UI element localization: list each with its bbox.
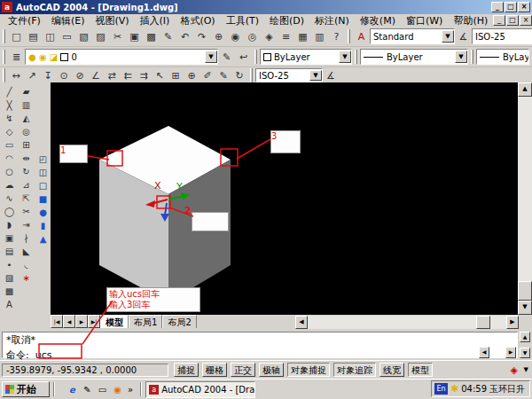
make-object-layer-current-icon[interactable]: ✎: [218, 49, 235, 66]
dimension-update-button[interactable]: ↻: [231, 68, 247, 83]
sphere-icon[interactable]: ●: [35, 206, 51, 219]
language-indicator[interactable]: En: [434, 383, 448, 395]
dimension-update-style-icon[interactable]: ∡: [323, 68, 339, 83]
aligned-dimension-button[interactable]: ↗: [24, 68, 40, 83]
menu-draw[interactable]: 绘图(D): [265, 14, 309, 27]
menu-help[interactable]: 帮助(H): [449, 14, 492, 27]
fillet-button[interactable]: ◟: [19, 258, 34, 271]
dropdown-arrow-icon[interactable]: ▼: [205, 51, 217, 63]
dropdown-arrow-icon[interactable]: ▼: [339, 51, 351, 63]
scroll-thumb[interactable]: [518, 281, 532, 301]
menu-dimension[interactable]: 标注(N): [310, 14, 354, 27]
mirror-button[interactable]: ◭: [19, 112, 34, 125]
close-button[interactable]: ×: [518, 2, 530, 12]
shapes-icon[interactable]: ◫: [35, 166, 51, 179]
layer-combo[interactable]: ● ◉ ◪ 0 ▼: [25, 49, 218, 65]
tab-model[interactable]: 模型: [100, 315, 129, 328]
tab-layout2[interactable]: 布局2: [162, 315, 196, 328]
multiline-text-button[interactable]: A: [2, 298, 17, 311]
autocad-task-button[interactable]: a AutoCAD 2004 - [Dra...: [145, 381, 255, 398]
stretch-button[interactable]: ⇱: [19, 192, 34, 205]
quick-launch-overflow-icon[interactable]: »: [128, 385, 133, 395]
ellipse-button[interactable]: ◯: [2, 205, 17, 218]
media-player-icon[interactable]: ◉: [111, 383, 124, 396]
offset-button[interactable]: ◎: [19, 125, 34, 138]
tab-last-button[interactable]: ▶|: [88, 315, 100, 328]
menu-window[interactable]: 窗口(W): [402, 14, 447, 27]
extend-button[interactable]: ⇥: [19, 218, 34, 231]
menu-file[interactable]: 文件(F): [4, 14, 45, 27]
tolerance-button[interactable]: ⊞: [168, 68, 184, 83]
restore-button[interactable]: □: [505, 2, 517, 12]
designcenter-button[interactable]: ▦: [294, 28, 311, 45]
polyline-button[interactable]: ↯: [2, 112, 17, 125]
rotate-button[interactable]: ↻: [19, 165, 34, 178]
new-button[interactable]: □: [8, 28, 25, 45]
dimension-style-combo[interactable]: ISO-25 ▼: [255, 68, 323, 82]
scroll-right-icon[interactable]: ▶: [506, 316, 519, 329]
doc-minimize-button[interactable]: _: [493, 15, 505, 26]
dropdown-arrow-icon[interactable]: ▼: [442, 30, 454, 43]
continue-dimension-button[interactable]: ⇉: [136, 68, 152, 83]
polar-toggle[interactable]: 极轴: [259, 363, 284, 377]
explode-button[interactable]: ∗: [19, 271, 34, 285]
revcloud-button[interactable]: ☁: [2, 178, 17, 192]
toolbar-grip[interactable]: [3, 29, 5, 43]
save-button[interactable]: ◫: [42, 28, 59, 45]
doc-restore-button[interactable]: □: [506, 15, 519, 26]
canvas-vertical-scrollbar[interactable]: ▲ ▼: [518, 82, 532, 315]
snap-toggle[interactable]: 捕捉: [174, 363, 199, 377]
model-toggle[interactable]: 模型: [408, 363, 433, 377]
drawing-area[interactable]: 1 3 2 输入ucs回车 输入3回车: [51, 82, 518, 315]
solid-box-icon[interactable]: ■: [35, 192, 51, 206]
plot-button[interactable]: ▭: [59, 28, 75, 45]
polygon-button[interactable]: ◇: [2, 125, 17, 138]
break-button[interactable]: ∤: [19, 231, 34, 245]
cylinder-icon[interactable]: ▮: [35, 219, 51, 232]
wire-box-icon[interactable]: □: [35, 179, 51, 192]
dim-style-icon[interactable]: ∡: [455, 28, 472, 45]
scroll-left-icon[interactable]: ◀: [295, 316, 308, 329]
layer-manager-icon[interactable]: ≣: [8, 49, 25, 66]
circle-button[interactable]: ○: [2, 165, 17, 178]
hatch-button[interactable]: ▨: [2, 271, 17, 285]
scroll-thumb[interactable]: [476, 316, 490, 329]
diameter-dimension-button[interactable]: ⊘: [72, 68, 88, 83]
baseline-dimension-button[interactable]: ⇇: [120, 68, 136, 83]
toolbar-grip[interactable]: [471, 50, 473, 64]
copy-object-button[interactable]: ▥: [19, 98, 34, 112]
properties-button[interactable]: ≡: [278, 28, 294, 45]
command-scroll-left-icon[interactable]: ◀: [479, 347, 489, 358]
dropdown-arrow-icon[interactable]: ▼: [455, 51, 467, 63]
paint-icon[interactable]: ✎: [81, 383, 94, 396]
ortho-toggle[interactable]: 正交: [231, 363, 255, 377]
menu-insert[interactable]: 插入(I): [136, 14, 175, 27]
text-style-icon[interactable]: A: [353, 28, 370, 45]
construction-line-button[interactable]: ╳: [2, 98, 17, 112]
tab-first-button[interactable]: |◀: [51, 315, 63, 328]
chamfer-button[interactable]: ◣: [19, 245, 34, 258]
toolbar-grip[interactable]: [3, 50, 5, 64]
command-text-area[interactable]: *取消* 命令: ucs: [2, 332, 518, 358]
ellipse-arc-button[interactable]: ◗: [2, 218, 17, 231]
plot-preview-button[interactable]: ▧: [75, 28, 92, 45]
toolbar-grip[interactable]: [3, 68, 5, 82]
menu-format[interactable]: 格式(O): [176, 14, 219, 27]
radius-dimension-button[interactable]: ⊙: [56, 68, 72, 83]
tool-palettes-button[interactable]: ▥: [311, 28, 328, 45]
arc-button[interactable]: ◠: [2, 152, 17, 165]
match-properties-button[interactable]: ✎: [160, 28, 176, 45]
grid-toggle[interactable]: 栅格: [202, 363, 227, 377]
tab-layout1[interactable]: 布局1: [129, 315, 162, 328]
tray-app-icon[interactable]: ✱: [450, 383, 458, 395]
zoom-realtime-button[interactable]: ◉: [227, 28, 244, 45]
quick-dimension-button[interactable]: ⇄: [104, 68, 120, 83]
cut-button[interactable]: ✂: [109, 28, 126, 45]
scroll-down-icon[interactable]: ▼: [518, 301, 532, 315]
toolbar-grip[interactable]: [348, 29, 350, 43]
center-mark-button[interactable]: ⊕: [184, 68, 200, 83]
osnap-toggle[interactable]: 对象捕捉: [287, 363, 330, 377]
move-button[interactable]: ⇹: [19, 152, 34, 165]
canvas-horizontal-scrollbar[interactable]: ◀ ▶: [295, 316, 519, 329]
trim-button[interactable]: ✂: [19, 205, 34, 218]
